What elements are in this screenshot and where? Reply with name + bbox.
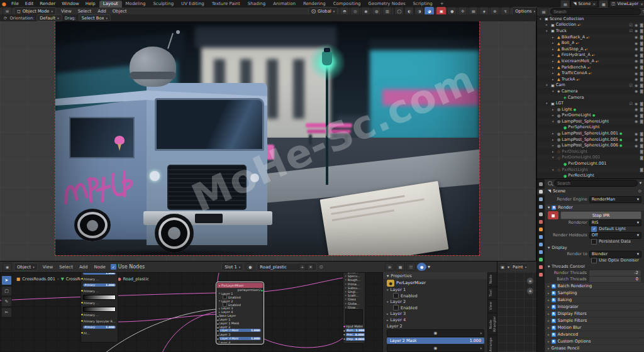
chevron-down-icon[interactable]: ▾: [428, 264, 430, 270]
hide-viewport-eye-icon[interactable]: ◉: [635, 131, 638, 136]
zoom-gizmo-icon[interactable]: ⊕: [526, 277, 534, 285]
shader-node-editor[interactable]: ◉ Object▾ ViewSelectAddNode ✓ Use Nodes …: [0, 261, 497, 352]
outliner-row[interactable]: ▸ ▲ TrafficConeA ▴▿ ◉ ◙: [537, 70, 644, 76]
workspace-tab[interactable]: Texture Paint: [208, 1, 244, 8]
outliner-row[interactable]: ▾ ▣ Truck ☑ ◉ ◙: [537, 28, 644, 34]
display-subpanel-header[interactable]: ▾Display: [545, 245, 644, 251]
pxrlayermixer-node[interactable]: ▾ PxrLayerMixer pxrlayermixer2 ▾Layer 1 …: [216, 282, 264, 344]
collapsed-panel-header[interactable]: ▸ R Display Filters: [545, 311, 644, 317]
sidebar-layer-label[interactable]: Layer 4: [391, 317, 406, 322]
pattern-node[interactable]: 1.000 Primary … Primary1.000: [80, 270, 118, 343]
outliner-row[interactable]: ▾ ◍ PxrDomeLight.001 ◙: [537, 155, 644, 161]
box-select-tool-icon[interactable]: ▢: [1, 286, 12, 296]
outliner-row[interactable]: ▸ ▲ FireHydrant_A ▴▿ ◉ ◙: [537, 52, 644, 58]
image-editor[interactable]: ▣ ▾ Paint▾ ⊕ ✥: [497, 261, 536, 352]
pan-gizmo-icon[interactable]: ✥: [526, 287, 534, 295]
hide-viewport-eye-icon[interactable]: ◉: [635, 89, 638, 93]
collapsed-panel-header[interactable]: ▸ R Sample Filters: [545, 317, 644, 324]
hide-viewport-eye-icon[interactable]: ◉: [635, 113, 638, 118]
disable-render-camera-icon[interactable]: ◙: [640, 41, 643, 45]
links-cut-tool-icon[interactable]: ✂: [1, 307, 12, 317]
collapsed-panel-header[interactable]: ▸ Grease Pencil: [545, 345, 644, 351]
viewport-menu-item[interactable]: Object: [109, 9, 130, 14]
color-ramp[interactable]: [83, 307, 116, 312]
outliner-row[interactable]: ▾ ▣ LGT ☑ ◉ ◙: [537, 100, 644, 106]
image-editor-canvas[interactable]: ⊕ ✥: [497, 272, 536, 352]
outliner-row[interactable]: ▸ ▲ ParkBenchA ▴▿ ◉ ◙: [537, 64, 644, 70]
scene-browse-icon[interactable]: ▤: [560, 0, 570, 8]
properties-tab-icon[interactable]: [537, 249, 545, 255]
disable-render-camera-icon[interactable]: ◙: [640, 53, 643, 57]
node-editor-menu-item[interactable]: Select: [56, 265, 76, 270]
disclosure-arrow-icon[interactable]: ▸: [552, 71, 556, 75]
collapsed-panel-header[interactable]: ▸ R Sampling: [545, 290, 644, 296]
app-menu-item[interactable]: Help: [82, 1, 99, 6]
outliner-row[interactable]: ▸ ▲ IcecreamMelt_A ▴▿ ◉ ◙: [537, 58, 644, 64]
sidebar-tab[interactable]: Node: [488, 272, 497, 287]
sidebar-panel-title[interactable]: Properties: [391, 273, 411, 278]
new-material-icon[interactable]: +: [299, 264, 306, 270]
properties-tab-icon[interactable]: [537, 272, 545, 278]
disable-render-camera-icon[interactable]: ◙: [640, 58, 643, 63]
disclosure-arrow-icon[interactable]: ▸: [546, 23, 550, 26]
layer2-mask-slider[interactable]: Layer 2 Mask 1.000: [387, 338, 484, 344]
disable-render-camera-icon[interactable]: ◙: [640, 65, 643, 69]
render-threads-slider[interactable]: -2: [589, 270, 641, 277]
app-menu-item[interactable]: Render: [36, 1, 58, 6]
overlay-icon[interactable]: ▦: [396, 263, 405, 271]
node-editor-menu-item[interactable]: Add: [76, 265, 91, 270]
disable-render-camera-icon[interactable]: ◙: [640, 23, 643, 27]
disclosure-arrow-icon[interactable]: ▾: [540, 17, 543, 21]
outliner-row[interactable]: ▾ ▣ Cam ☑ ◉ ◙: [537, 82, 644, 89]
disable-render-camera-icon[interactable]: ◙: [640, 137, 643, 141]
layer-enabled-checkbox[interactable]: [393, 293, 399, 299]
workspace-tab[interactable]: Rendering: [299, 1, 330, 8]
viewport-menu-item[interactable]: View: [58, 9, 75, 14]
disclosure-arrow-icon[interactable]: ▸: [552, 150, 556, 153]
hide-viewport-eye-icon[interactable]: ◉: [635, 83, 638, 87]
collapsed-panel-header[interactable]: ▸ R Baking: [545, 297, 644, 303]
disable-render-camera-icon[interactable]: ◙: [640, 107, 643, 111]
collapsed-panel-header[interactable]: ▸ R Motion Blur: [545, 324, 644, 331]
outliner-row[interactable]: ▸ ▲ Bolt_A ▴▿ ◉ ◙: [537, 40, 644, 46]
properties-tab-icon[interactable]: [537, 204, 545, 210]
layer-enabled-checkbox[interactable]: [393, 305, 399, 311]
material-name-field[interactable]: Road_plastic + ✕: [257, 263, 317, 271]
gizmo-icon[interactable]: ⟳: [4, 16, 7, 21]
hide-viewport-eye-icon[interactable]: ◉: [635, 71, 638, 75]
outliner-row[interactable]: ▸ ◍ LampPost_SphereLight.006 ● ◉ ◙: [537, 142, 644, 148]
disclosure-arrow-icon[interactable]: ▸: [552, 47, 556, 51]
collapsed-panel-header[interactable]: ▸ R Batch Rendering: [545, 283, 644, 289]
selectable-checkbox-icon[interactable]: ☑: [630, 28, 633, 33]
sidebar-layer-label[interactable]: Layer 2: [391, 299, 406, 304]
disclosure-arrow-icon[interactable]: ▾: [546, 29, 550, 33]
disable-render-camera-icon[interactable]: ◙: [640, 143, 643, 148]
outliner-row[interactable]: ▸ ▣ Collection ▴▿ ☑ ◉ ◙: [537, 22, 644, 28]
hide-viewport-eye-icon[interactable]: ◉: [635, 23, 638, 27]
outliner-row[interactable]: ▸ ◍ Light ● ◉ ◙: [537, 106, 644, 113]
renderer-dropdown[interactable]: RIS▾: [589, 219, 641, 226]
select-tool-icon[interactable]: ➤: [1, 275, 12, 285]
workspace-tab[interactable]: Animation: [269, 1, 299, 8]
disclosure-arrow-icon[interactable]: ▸: [552, 138, 556, 141]
annotate-tool-icon[interactable]: ✎: [1, 297, 12, 307]
properties-tab-icon[interactable]: [537, 226, 545, 233]
disable-render-camera-icon[interactable]: ◙: [640, 71, 643, 75]
outliner-row[interactable]: ▸ ◍ LampPost_SphereLight.005 ● ◉ ◙: [537, 136, 644, 143]
disclosure-arrow-icon[interactable]: ▾: [552, 155, 556, 159]
workspace-tab[interactable]: Shading: [244, 1, 269, 8]
orientation-dropdown[interactable]: Default▾: [36, 14, 62, 21]
use-nodes-checkbox[interactable]: ✓: [111, 264, 116, 270]
disclosure-arrow-icon[interactable]: ▾: [552, 168, 556, 172]
editor-type-icon[interactable]: ▣: [499, 263, 506, 270]
hide-viewport-eye-icon[interactable]: ◉: [635, 65, 638, 69]
material-slot-dropdown[interactable]: Slot 1▾: [221, 263, 243, 271]
selectable-checkbox-icon[interactable]: ☑: [630, 83, 633, 87]
hide-viewport-eye-icon[interactable]: ◉: [635, 101, 638, 106]
shader-type-dropdown[interactable]: Object▾: [14, 263, 38, 271]
outliner-row[interactable]: ▸ ◍ LampPost_SphereLight.001 ● ◉ ◙: [537, 130, 644, 136]
hide-viewport-eye-icon[interactable]: ◉: [635, 47, 638, 51]
collapsed-panel-header[interactable]: ▸ R Integrator: [545, 304, 644, 310]
render-to-dropdown[interactable]: Blender▾: [589, 251, 641, 258]
hide-viewport-eye-icon[interactable]: ◉: [635, 143, 638, 148]
